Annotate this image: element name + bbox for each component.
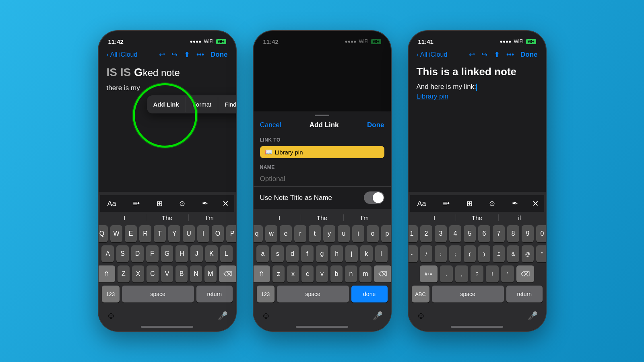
link-text-right[interactable]: Library pin (417, 93, 448, 100)
key-v-m[interactable]: v (316, 265, 328, 282)
key-o-m[interactable]: o (367, 225, 379, 242)
key-colon-r[interactable]: : (435, 245, 447, 262)
key-9-r[interactable]: 9 (522, 225, 534, 242)
key-lparen-r[interactable]: ( (464, 245, 476, 262)
mic-btn-right[interactable]: 🎤 (528, 311, 538, 321)
link-chip[interactable]: 📖 Library pin (260, 146, 384, 158)
key-l[interactable]: L (220, 245, 233, 262)
share-icon-right[interactable]: ⬆ (494, 50, 500, 59)
kb-suggest-im[interactable]: I'm (189, 214, 231, 221)
kb-suggest-i-m[interactable]: I (258, 214, 301, 221)
key-q-m[interactable]: q (253, 225, 263, 242)
kb-tool-list-r[interactable]: ≡• (440, 198, 452, 210)
kb-suggest-if-r[interactable]: if (499, 214, 541, 221)
toggle-switch[interactable] (364, 191, 384, 204)
key-b[interactable]: B (175, 265, 188, 282)
key-z-m[interactable]: z (272, 265, 285, 282)
key-n[interactable]: N (190, 265, 202, 282)
key-dash-r[interactable]: - (408, 245, 418, 262)
key-shift[interactable]: ⇧ (98, 265, 116, 282)
key-m[interactable]: M (204, 265, 217, 282)
key-g[interactable]: G (161, 245, 173, 262)
key-r[interactable]: R (139, 225, 151, 242)
key-done-m[interactable]: done (351, 286, 388, 302)
kb-close-btn[interactable]: ✕ (222, 199, 229, 208)
key-6-r[interactable]: 6 (478, 225, 490, 242)
key-c[interactable]: C (147, 265, 159, 282)
kb-suggest-im-m[interactable]: I'm (344, 214, 386, 221)
key-j-m[interactable]: j (345, 245, 358, 262)
key-b-m[interactable]: b (330, 265, 343, 282)
key-l-m[interactable]: l (375, 245, 388, 262)
key-k-m[interactable]: k (360, 245, 373, 262)
key-a[interactable]: A (101, 245, 114, 262)
key-q[interactable]: Q (98, 225, 108, 242)
key-v[interactable]: V (161, 265, 173, 282)
key-x-m[interactable]: x (287, 265, 299, 282)
key-u[interactable]: U (183, 225, 195, 242)
context-find-selection[interactable]: Find Selection (218, 97, 236, 112)
key-pound-r[interactable]: £ (493, 245, 505, 262)
mic-btn-middle[interactable]: 🎤 (373, 311, 383, 321)
kb-tool-list[interactable]: ≡• (130, 198, 142, 210)
redo-icon-right[interactable]: ↪ (481, 50, 487, 59)
kb-close-btn-r[interactable]: ✕ (532, 199, 539, 208)
key-n-m[interactable]: n (345, 265, 357, 282)
kb-tool-aa[interactable]: Aa (105, 198, 119, 210)
kb-tool-camera-r[interactable]: ⊙ (487, 197, 497, 210)
emoji-btn-left[interactable]: ☺ (107, 311, 116, 321)
key-t-m[interactable]: t (309, 225, 321, 242)
key-w[interactable]: W (110, 225, 122, 242)
kb-tool-table[interactable]: ⊞ (154, 197, 165, 210)
key-abc-r[interactable]: ABC (412, 286, 429, 302)
key-h[interactable]: H (175, 245, 188, 262)
key-i[interactable]: I (197, 225, 209, 242)
key-hasheq-r[interactable]: #+= (420, 265, 438, 282)
key-shift-m[interactable]: ⇧ (253, 265, 270, 282)
kb-suggest-the-r[interactable]: The (456, 214, 499, 221)
key-o[interactable]: O (212, 225, 224, 242)
key-7-r[interactable]: 7 (493, 225, 505, 242)
more-icon-right[interactable]: ••• (506, 51, 514, 59)
key-apos-r[interactable]: ' (501, 265, 514, 282)
key-m-m[interactable]: m (359, 265, 372, 282)
key-delete-m[interactable]: ⌫ (374, 265, 392, 282)
key-x[interactable]: X (132, 265, 144, 282)
key-8-r[interactable]: 8 (507, 225, 519, 242)
key-delete[interactable]: ⌫ (219, 265, 237, 282)
key-k[interactable]: K (205, 245, 218, 262)
key-space-m[interactable]: space (277, 286, 349, 302)
key-r-m[interactable]: r (294, 225, 306, 242)
key-f[interactable]: F (146, 245, 159, 262)
key-slash-r[interactable]: / (420, 245, 432, 262)
context-add-link[interactable]: Add Link (147, 97, 186, 112)
key-comma-r[interactable]: , (455, 265, 468, 282)
key-1-r[interactable]: 1 (408, 225, 418, 242)
key-3-r[interactable]: 3 (435, 225, 447, 242)
key-h-m[interactable]: h (330, 245, 343, 262)
key-e[interactable]: E (125, 225, 137, 242)
key-123[interactable]: 123 (102, 286, 120, 302)
key-amp-r[interactable]: & (507, 245, 519, 262)
key-0-r[interactable]: 0 (536, 225, 547, 242)
nav-back-right[interactable]: ‹ All iCloud (417, 51, 448, 58)
kb-suggest-i-r[interactable]: I (413, 214, 456, 221)
emoji-btn-right[interactable]: ☺ (417, 311, 425, 321)
key-j[interactable]: J (190, 245, 203, 262)
key-y-m[interactable]: y (323, 225, 335, 242)
key-123-m[interactable]: 123 (257, 286, 275, 302)
kb-tool-pen-r[interactable]: ✒ (510, 197, 520, 210)
key-return[interactable]: return (196, 286, 233, 302)
kb-tool-pen[interactable]: ✒ (200, 197, 211, 210)
key-4-r[interactable]: 4 (449, 225, 461, 242)
key-s-m[interactable]: s (271, 245, 284, 262)
key-dot-r[interactable]: . (440, 265, 453, 282)
key-at-r[interactable]: @ (522, 245, 534, 262)
more-icon-left[interactable]: ••• (196, 51, 204, 59)
key-y[interactable]: Y (168, 225, 180, 242)
done-btn-left[interactable]: Done (211, 51, 228, 59)
kb-tool-table-r[interactable]: ⊞ (464, 197, 475, 210)
key-a-m[interactable]: a (256, 245, 269, 262)
key-delete-r[interactable]: ⌫ (516, 265, 534, 282)
key-space-r[interactable]: space (432, 286, 504, 302)
